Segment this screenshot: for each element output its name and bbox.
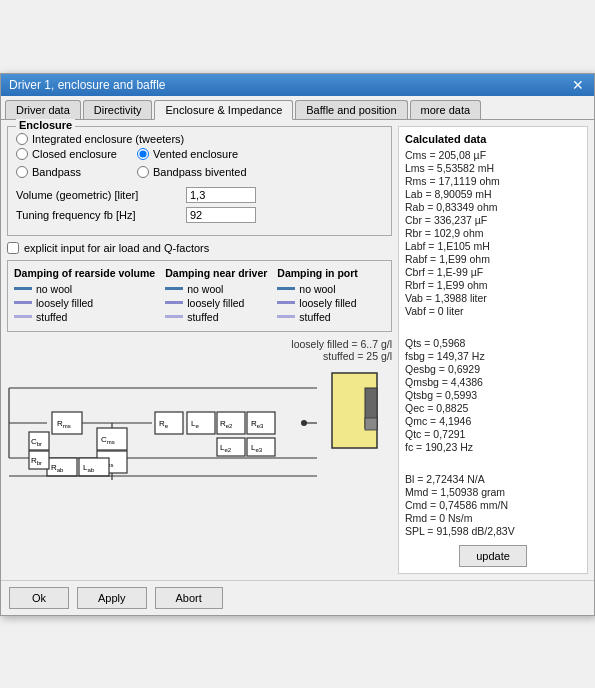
radio-bandpass-bivented-label: Bandpass bivented bbox=[153, 166, 247, 178]
air-load-label: explicit input for air load and Q-factor… bbox=[24, 242, 209, 254]
radio-vented-label: Vented enclosure bbox=[153, 148, 238, 160]
damping-port-title: Damping in port bbox=[277, 267, 358, 279]
calc-row-27: Rmd = 0 Ns/m bbox=[405, 512, 581, 524]
calc-row-11: Vab = 1,3988 liter bbox=[405, 292, 581, 304]
radio-vented-input[interactable] bbox=[137, 148, 149, 160]
radio-closed-input[interactable] bbox=[16, 148, 28, 160]
note-text: loosely filled = 6..7 g/l stuffed = 25 g… bbox=[7, 338, 392, 362]
svg-point-5 bbox=[301, 420, 307, 426]
rearside-no-wool-label: no wool bbox=[36, 283, 72, 295]
radio-bandpass-bivented-input[interactable] bbox=[137, 166, 149, 178]
close-button[interactable]: ✕ bbox=[570, 78, 586, 92]
calc-row-17: Qmsbg = 4,4386 bbox=[405, 376, 581, 388]
calc-row-14: Qts = 0,5968 bbox=[405, 337, 581, 349]
calc-row-8: Rabf = 1,E99 ohm bbox=[405, 253, 581, 265]
damping-near-stuffed: stuffed bbox=[165, 311, 267, 323]
damping-rearside-no-wool: no wool bbox=[14, 283, 155, 295]
tab-directivity[interactable]: Directivity bbox=[83, 100, 153, 119]
damping-rearside-stuffed: stuffed bbox=[14, 311, 155, 323]
rearside-no-wool-bar bbox=[14, 287, 32, 290]
port-stuffed-bar bbox=[277, 315, 295, 318]
radio-bandpass: Bandpass bbox=[16, 166, 117, 178]
radio-integrated-input[interactable] bbox=[16, 133, 28, 145]
rearside-loosely-label: loosely filled bbox=[36, 297, 93, 309]
near-loosely-bar bbox=[165, 301, 183, 304]
radio-closed-label: Closed enclosure bbox=[32, 148, 117, 160]
damping-near-col: Damping near driver no wool loosely fill… bbox=[165, 267, 267, 325]
near-loosely-label: loosely filled bbox=[187, 297, 244, 309]
calc-row-22: fc = 190,23 Hz bbox=[405, 441, 581, 453]
calc-row-19: Qec = 0,8825 bbox=[405, 402, 581, 414]
main-window: Driver 1, enclosure and baffle ✕ Driver … bbox=[0, 73, 595, 616]
radio-integrated: Integrated enclosure (tweeters) bbox=[16, 133, 383, 145]
svg-rect-38 bbox=[365, 418, 377, 430]
air-load-row: explicit input for air load and Q-factor… bbox=[7, 242, 392, 254]
calc-row-0: Cms = 205,08 µF bbox=[405, 149, 581, 161]
volume-row: Volume (geometric) [liter] bbox=[16, 187, 383, 203]
tab-enclosure-impedance[interactable]: Enclosure & Impedance bbox=[154, 100, 293, 120]
near-stuffed-label: stuffed bbox=[187, 311, 218, 323]
calc-row-25: Mmd = 1,50938 gram bbox=[405, 486, 581, 498]
tab-more-data[interactable]: more data bbox=[410, 100, 482, 119]
calc-row-18: Qtsbg = 0,5993 bbox=[405, 389, 581, 401]
damping-port-loosely: loosely filled bbox=[277, 297, 358, 309]
damping-section: Damping of rearside volume no wool loose… bbox=[7, 260, 392, 332]
calc-row-20: Qmc = 4,1946 bbox=[405, 415, 581, 427]
radio-bandpass-bivented: Bandpass bivented bbox=[137, 166, 247, 178]
radio-vented: Vented enclosure bbox=[137, 148, 247, 160]
damping-port-no-wool: no wool bbox=[277, 283, 358, 295]
calc-sep-1 bbox=[405, 321, 581, 333]
update-button[interactable]: update bbox=[459, 545, 527, 567]
radio-bandpass-label: Bandpass bbox=[32, 166, 81, 178]
radio-col-right: Vented enclosure Bandpass bivented bbox=[137, 148, 247, 181]
apply-button[interactable]: Apply bbox=[77, 587, 147, 609]
air-load-checkbox[interactable] bbox=[7, 242, 19, 254]
bottom-buttons: Ok Apply Abort bbox=[1, 580, 594, 615]
near-stuffed-bar bbox=[165, 315, 183, 318]
calc-row-10: Rbrf = 1,E99 ohm bbox=[405, 279, 581, 291]
left-panel: Enclosure Integrated enclosure (tweeters… bbox=[7, 126, 392, 574]
damping-cols: Damping of rearside volume no wool loose… bbox=[14, 267, 385, 325]
damping-port-stuffed: stuffed bbox=[277, 311, 358, 323]
near-no-wool-label: no wool bbox=[187, 283, 223, 295]
radio-columns: Closed enclosure Bandpass Vented enclosu… bbox=[16, 148, 383, 181]
radio-bandpass-input[interactable] bbox=[16, 166, 28, 178]
damping-near-loosely: loosely filled bbox=[165, 297, 267, 309]
volume-input[interactable] bbox=[186, 187, 256, 203]
calc-row-28: SPL = 91,598 dB/2,83V bbox=[405, 525, 581, 537]
damping-port-col: Damping in port no wool loosely filled s… bbox=[277, 267, 358, 325]
title-bar: Driver 1, enclosure and baffle ✕ bbox=[1, 74, 594, 96]
enclosure-label: Enclosure bbox=[16, 119, 75, 131]
radio-col-left: Closed enclosure Bandpass bbox=[16, 148, 117, 181]
calc-row-26: Cmd = 0,74586 mm/N bbox=[405, 499, 581, 511]
window-title: Driver 1, enclosure and baffle bbox=[9, 78, 166, 92]
tab-baffle-position[interactable]: Baffle and position bbox=[295, 100, 407, 119]
tab-driver-data[interactable]: Driver data bbox=[5, 100, 81, 119]
radio-closed: Closed enclosure bbox=[16, 148, 117, 160]
calc-row-15: fsbg = 149,37 Hz bbox=[405, 350, 581, 362]
abort-button[interactable]: Abort bbox=[155, 587, 223, 609]
rearside-loosely-bar bbox=[14, 301, 32, 304]
calc-row-5: Cbr = 336,237 µF bbox=[405, 214, 581, 226]
damping-near-title: Damping near driver bbox=[165, 267, 267, 279]
calc-row-24: Bl = 2,72434 N/A bbox=[405, 473, 581, 485]
enclosure-group: Enclosure Integrated enclosure (tweeters… bbox=[7, 126, 392, 236]
calc-row-12: Vabf = 0 liter bbox=[405, 305, 581, 317]
tuning-row: Tuning frequency fb [Hz] bbox=[16, 207, 383, 223]
main-content: Enclosure Integrated enclosure (tweeters… bbox=[1, 120, 594, 580]
calc-title: Calculated data bbox=[405, 133, 581, 145]
port-no-wool-label: no wool bbox=[299, 283, 335, 295]
calc-row-4: Rab = 0,83349 ohm bbox=[405, 201, 581, 213]
calc-row-2: Rms = 17,1119 ohm bbox=[405, 175, 581, 187]
calc-row-21: Qtc = 0,7291 bbox=[405, 428, 581, 440]
tuning-input[interactable] bbox=[186, 207, 256, 223]
circuit-area: Rms Cms Lms Re Le bbox=[7, 368, 392, 488]
calc-row-3: Lab = 8,90059 mH bbox=[405, 188, 581, 200]
port-stuffed-label: stuffed bbox=[299, 311, 330, 323]
port-loosely-bar bbox=[277, 301, 295, 304]
volume-label: Volume (geometric) [liter] bbox=[16, 189, 186, 201]
ok-button[interactable]: Ok bbox=[9, 587, 69, 609]
calc-sep-2 bbox=[405, 457, 581, 469]
calc-row-1: Lms = 5,53582 mH bbox=[405, 162, 581, 174]
radio-integrated-label: Integrated enclosure (tweeters) bbox=[32, 133, 184, 145]
